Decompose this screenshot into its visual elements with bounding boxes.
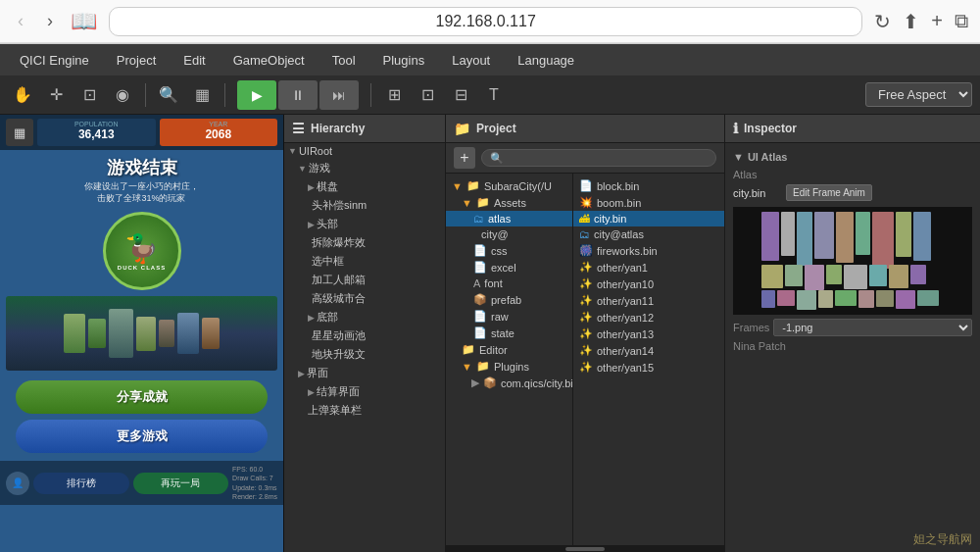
file-fireworks-bin[interactable]: 🎆 fireworks.bin [573, 242, 724, 259]
tree-label-excel: excel [491, 262, 516, 274]
project-tree-item-plugins[interactable]: ▼ 📁 Plugins [446, 358, 572, 375]
file-city-bin[interactable]: 🏙 city.bin [573, 211, 724, 226]
file-other-yan1[interactable]: ✨ other/yan1 [573, 259, 724, 276]
menu-project[interactable]: Project [105, 49, 168, 72]
project-tree-item-editor[interactable]: 📁 Editor [446, 341, 572, 358]
arrow-game: ▼ [298, 164, 307, 174]
hierarchy-item-ui[interactable]: ▶ 界面 [284, 364, 445, 382]
yan15-icon: ✨ [579, 361, 593, 374]
project-tree-item-excel[interactable]: 📄 excel [446, 259, 572, 276]
hierarchy-item-popup-menu[interactable]: 上弹菜单栏 [284, 401, 445, 420]
project-body: ▼ 📁 SubaraCity(/U ▼ 📁 Assets 🗂 atlas cit… [446, 174, 724, 545]
zoom-tool-button[interactable]: 🔍 [154, 81, 183, 109]
tool-btn-1[interactable]: ⊞ [379, 81, 409, 109]
pause-button[interactable]: ⏸ [278, 80, 318, 110]
file-other-yan11[interactable]: ✨ other/yan11 [573, 292, 724, 309]
svg-rect-11 [785, 265, 803, 286]
hierarchy-item-bottom[interactable]: ▶ 底部 [284, 308, 445, 326]
project-add-button[interactable]: + [454, 147, 475, 169]
project-tree-item-font[interactable]: A font [446, 276, 572, 291]
tabs-button[interactable]: ⧉ [955, 10, 968, 32]
tree-label-css: css [491, 245, 508, 257]
file-other-yan10[interactable]: ✨ other/yan10 [573, 276, 724, 292]
file-other-yan12[interactable]: ✨ other/yan12 [573, 309, 724, 326]
pivot-tool-button[interactable]: ◉ [108, 81, 137, 109]
project-tree-item-city-at[interactable]: city@ [446, 226, 572, 242]
tree-label-editor: Editor [479, 344, 508, 356]
file-other-yan13[interactable]: ✨ other/yan13 [573, 326, 724, 342]
inspector-header: ℹ Inspector [725, 115, 980, 143]
project-search-input[interactable] [481, 149, 716, 167]
hierarchy-item-selection[interactable]: 选中框 [284, 252, 445, 271]
tool-btn-2[interactable]: ⊡ [413, 81, 442, 109]
menu-layout[interactable]: Layout [440, 49, 502, 72]
aspect-select[interactable]: Free Aspect [865, 82, 972, 107]
hierarchy-item-head-offset[interactable]: 头补偿sinm [284, 196, 445, 215]
hand-tool-button[interactable]: ✋ [8, 81, 37, 109]
address-bar[interactable] [109, 7, 862, 36]
project-tree-item-css[interactable]: 📄 css [446, 242, 572, 259]
hierarchy-item-explode[interactable]: 拆除爆炸效 [284, 233, 445, 252]
hierarchy-item-uiroot[interactable]: ▼ UIRoot [284, 143, 445, 159]
share-button[interactable]: ⬆ [903, 10, 919, 33]
grid-tool-button[interactable]: ▦ [187, 81, 217, 109]
file-block-bin[interactable]: 📄 block.bin [573, 177, 724, 194]
edit-frame-anim-button[interactable]: Edit Frame Anim [786, 184, 872, 201]
tool-btn-3[interactable]: ⊟ [446, 81, 475, 109]
atlas-field-label: Atlas [733, 169, 792, 180]
bookmarks-icon[interactable]: 📖 [71, 9, 97, 34]
project-tree-item-state[interactable]: 📄 state [446, 325, 572, 341]
hierarchy-item-board[interactable]: ▶ 棋盘 [284, 177, 445, 196]
project-tree-item-assets[interactable]: ▼ 📁 Assets [446, 194, 572, 211]
file-other-yan15[interactable]: ✨ other/yan15 [573, 359, 724, 376]
hierarchy-item-head[interactable]: ▶ 头部 [284, 215, 445, 233]
play-button[interactable]: ▶ [237, 80, 276, 110]
forward-button[interactable]: › [41, 9, 59, 33]
frames-select[interactable]: -1.png [773, 319, 972, 336]
tool-btn-4[interactable]: T [479, 81, 509, 109]
replay-button[interactable]: 再玩一局 [133, 473, 229, 494]
file-other-yan14[interactable]: ✨ other/yan14 [573, 342, 724, 359]
project-tree-item-subara[interactable]: ▼ 📁 SubaraCity(/U [446, 177, 572, 194]
hierarchy-item-settlement[interactable]: ▶ 结算界面 [284, 382, 445, 401]
rect-tool-button[interactable]: ⊡ [74, 81, 104, 109]
hierarchy-item-upgrade[interactable]: 地块升级文 [284, 345, 445, 364]
boom-bin-icon: 💥 [579, 196, 593, 209]
menu-icon-box[interactable]: ▦ [6, 119, 33, 146]
menu-edit[interactable]: Edit [172, 49, 217, 72]
file-label-yan1: other/yan1 [597, 262, 648, 274]
toolbar: ✋ ✛ ⊡ ◉ 🔍 ▦ ▶ ⏸ ⏭ ⊞ ⊡ ⊟ T Free Aspect [0, 75, 980, 115]
project-tree-item-raw[interactable]: 📄 raw [446, 308, 572, 325]
project-tree-item-prefab[interactable]: 📦 prefab [446, 291, 572, 308]
back-button[interactable]: ‹ [12, 9, 29, 33]
folder-icon-editor: 📁 [462, 343, 475, 356]
tree-label-prefab: prefab [491, 294, 521, 306]
file-city-atlas[interactable]: 🗂 city@atlas [573, 226, 724, 242]
project-tree-item-atlas[interactable]: 🗂 atlas [446, 211, 572, 226]
menu-language[interactable]: Language [506, 49, 586, 72]
hierarchy-item-city-merge[interactable]: 高级城市合 [284, 289, 445, 308]
svg-rect-9 [913, 212, 931, 261]
hierarchy-item-mail[interactable]: 加工人邮箱 [284, 271, 445, 289]
hierarchy-item-game[interactable]: ▼ 游戏 [284, 159, 445, 177]
folder-subara: 📁 [466, 179, 480, 192]
menu-plugins[interactable]: Plugins [371, 49, 437, 72]
reload-button[interactable]: ↻ [874, 10, 891, 33]
hierarchy-item-stars[interactable]: 星星动画池 [284, 326, 445, 345]
project-scrollbar[interactable] [446, 545, 724, 552]
svg-rect-25 [896, 290, 915, 309]
project-tree-item-com-qics[interactable]: ▶ 📦 com.qics/city.bi [446, 375, 572, 391]
more-games-button[interactable]: 更多游戏 [16, 420, 268, 453]
move-tool-button[interactable]: ✛ [41, 81, 71, 109]
file-boom-bin[interactable]: 💥 boom.bin [573, 194, 724, 211]
menu-gameobject[interactable]: GameObject [221, 49, 317, 72]
rank-button[interactable]: 排行榜 [33, 473, 129, 494]
year-stat: YEAR 2068 [160, 119, 278, 146]
menu-tool[interactable]: Tool [320, 49, 368, 72]
step-button[interactable]: ⏭ [319, 80, 359, 110]
svg-rect-17 [910, 265, 926, 284]
share-achievement-button[interactable]: 分享成就 [16, 380, 268, 414]
add-tab-button[interactable]: + [931, 10, 943, 32]
browser-nav: ‹ › 📖 ↻ ⬆ + ⧉ [0, 0, 980, 43]
menu-qici-engine[interactable]: QICI Engine [8, 49, 101, 72]
